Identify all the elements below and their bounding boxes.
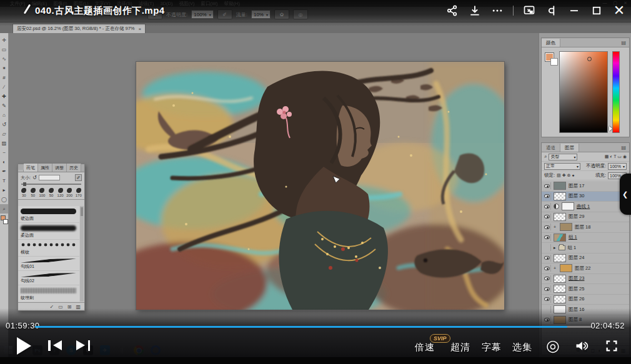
ps-menu-item[interactable]: 文件(F) <box>10 1 26 7</box>
tool-background-swatch[interactable] <box>3 219 8 224</box>
brush-panel-tab[interactable]: 画笔 <box>24 164 38 172</box>
blend-mode-dropdown[interactable]: 正常▾ <box>544 163 580 170</box>
tab-layers[interactable]: 图层 <box>560 144 579 152</box>
layer-row[interactable]: 图层 24 <box>542 253 629 264</box>
layer-row[interactable]: 图层 25 <box>542 284 629 295</box>
episodes-button[interactable]: 选集 <box>512 342 532 353</box>
path-select-tool[interactable]: ▸ <box>0 185 8 195</box>
brush-list-item[interactable]: 横纹 <box>18 240 79 257</box>
layer-row[interactable]: 图层 17 <box>542 181 629 192</box>
gradient-tool[interactable]: ▨ <box>0 139 8 148</box>
brush-preset[interactable]: 50 <box>29 188 38 197</box>
flow-dropdown[interactable]: 10%▾ <box>251 10 271 19</box>
boss-key-icon[interactable] <box>545 4 559 17</box>
filter-search-icon[interactable]: ⌕ <box>544 154 547 160</box>
group-collapse-icon[interactable]: ▸ <box>554 245 556 250</box>
more-icon[interactable] <box>490 4 504 17</box>
download-icon[interactable] <box>468 4 482 17</box>
layer-visibility-toggle[interactable] <box>544 296 551 303</box>
layer-row[interactable]: 图层 29 <box>542 212 629 223</box>
document-tab[interactable]: 居安02.psd @ 16.2% (图层 30, RGB/8) * - 正在存储… <box>12 24 146 33</box>
layer-visibility-toggle[interactable] <box>544 214 551 220</box>
shape-tool[interactable]: ◯ <box>0 195 8 204</box>
brush-list-item[interactable]: 勾线02 <box>18 271 79 285</box>
brush-preset[interactable]: 200 <box>65 188 74 197</box>
layer-visibility-toggle[interactable] <box>544 255 551 262</box>
mini-player-icon[interactable] <box>522 4 536 17</box>
folder-icon[interactable]: ▭ <box>58 304 63 310</box>
tab-color[interactable]: 颜色 <box>542 39 560 47</box>
maximize-icon[interactable] <box>590 4 604 17</box>
brush-list-item[interactable]: 勾线01 <box>18 257 79 271</box>
ps-menu-item[interactable]: 帮助(H) <box>224 1 240 7</box>
healing-brush-tool[interactable]: ✚ <box>0 92 8 101</box>
panel-menu-icon[interactable]: ▤ <box>618 145 629 152</box>
layer-visibility-toggle[interactable] <box>544 203 551 210</box>
magic-wand-tool[interactable]: ✶ <box>0 64 8 73</box>
tab-channels[interactable]: 通道 <box>542 144 560 152</box>
layer-visibility-toggle[interactable] <box>544 244 551 251</box>
layer-row[interactable]: +图层 22 <box>542 263 629 274</box>
lock-icons[interactable]: ▨ ✚ ⊕ ● <box>557 173 574 178</box>
layer-row[interactable]: +图层 18 <box>542 222 629 233</box>
brush-preset[interactable]: 170 <box>74 188 83 197</box>
document-close-icon[interactable]: × <box>139 26 142 32</box>
layer-row[interactable]: ▸组 1 <box>542 243 629 253</box>
brush-size-input[interactable] <box>39 175 60 180</box>
zoom-tool[interactable]: ⌕ <box>0 204 8 214</box>
volume-icon[interactable] <box>575 339 589 353</box>
crop-tool[interactable]: # <box>0 73 8 82</box>
brush-list-item[interactable]: 纹理刷 <box>18 285 79 302</box>
history-brush-tool[interactable]: ↺ <box>0 120 8 129</box>
layer-row[interactable]: 曲线 1 <box>542 202 629 212</box>
dodge-tool[interactable]: ◐ <box>0 157 8 167</box>
brush-preset[interactable]: 30 <box>19 188 29 197</box>
type-tool[interactable]: T <box>0 176 8 185</box>
brush-preset[interactable]: 50 <box>47 188 56 197</box>
fullscreen-icon[interactable] <box>605 339 619 353</box>
brush-preset[interactable]: 100 <box>37 188 47 197</box>
panel-menu-icon[interactable]: ▤ <box>618 40 629 47</box>
move-tool[interactable]: ✛ <box>0 36 8 45</box>
brush-panel-tab[interactable]: 调整 <box>52 164 67 172</box>
airbrush-icon[interactable]: ✿ <box>274 9 289 19</box>
layer-visibility-toggle[interactable] <box>544 265 551 272</box>
new-brush-icon[interactable]: ⊞ <box>67 304 72 310</box>
record-gif-icon[interactable]: ◎ <box>546 338 560 353</box>
brush-list-item[interactable]: 柔边圆 <box>18 223 79 240</box>
marquee-tool[interactable]: ▭ <box>0 45 8 54</box>
layer-visibility-toggle[interactable] <box>544 285 551 292</box>
play-button[interactable] <box>17 337 31 355</box>
opacity-dropdown[interactable]: 100%▾ <box>191 10 213 19</box>
layer-visibility-toggle[interactable] <box>544 182 551 189</box>
layer-visibility-toggle[interactable] <box>544 306 551 313</box>
brush-panel-tab[interactable]: 属性 <box>38 164 52 172</box>
minimize-icon[interactable] <box>567 4 581 17</box>
eyedropper-tool[interactable]: ∕ <box>0 82 8 92</box>
layer-row[interactable]: 图层 23 <box>542 274 629 285</box>
brush-list-item[interactable]: 硬边圆 <box>18 206 79 223</box>
layer-row[interactable]: 图层 26 <box>542 295 629 305</box>
filter-type-dropdown[interactable]: 类型▾ <box>549 154 577 160</box>
background-swatch[interactable] <box>550 58 558 66</box>
brush-tool[interactable]: ✎ <box>0 101 8 111</box>
layer-row[interactable]: 组 1 <box>542 233 629 243</box>
brush-size-slider[interactable] <box>21 184 81 185</box>
trash-icon[interactable]: ▥ <box>76 304 81 310</box>
playlist-drawer-toggle[interactable]: ❮ <box>620 174 631 215</box>
share-icon[interactable] <box>445 4 459 17</box>
brush-preset[interactable]: 120 <box>56 188 65 197</box>
layer-opacity-dropdown[interactable]: 100%▾ <box>608 163 627 170</box>
speed-button[interactable]: 倍速 <box>415 342 435 353</box>
layer-visibility-toggle[interactable] <box>544 234 551 241</box>
ps-canvas[interactable] <box>136 62 504 310</box>
ps-menu-item[interactable]: 窗口(W) <box>201 1 217 7</box>
ps-menu-item[interactable]: 视图(V) <box>179 1 194 7</box>
layer-visibility-toggle[interactable] <box>544 224 551 230</box>
tool-color-swatches[interactable] <box>1 215 8 224</box>
toggle-icon[interactable]: ✓ <box>49 304 54 310</box>
brush-panel-tab[interactable]: 历史 <box>67 164 81 172</box>
layer-visibility-toggle[interactable] <box>544 275 551 282</box>
filter-icons[interactable]: ▦ ◐ T ▭ ◉ <box>605 154 627 159</box>
brush-list-scrollbar[interactable] <box>80 206 84 302</box>
